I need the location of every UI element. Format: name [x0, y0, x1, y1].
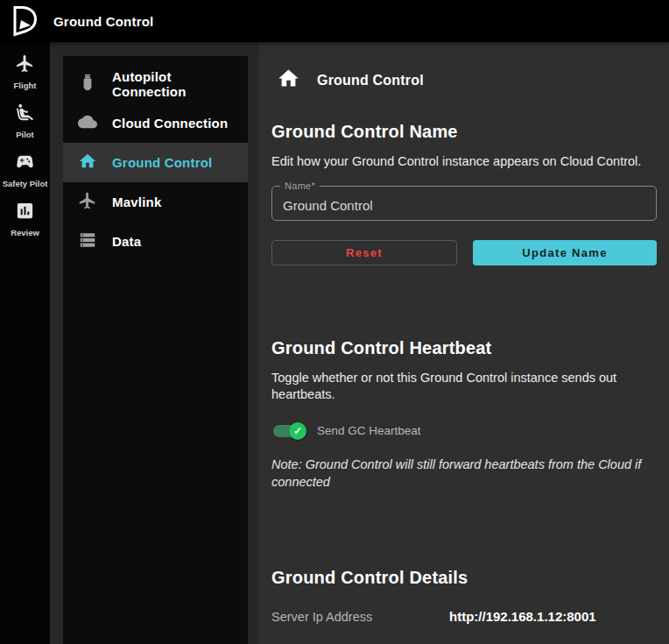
server-ip-row: Server Ip Address http://192.168.1.12:80…: [271, 609, 657, 624]
app-window: Ground Control Flight Pilot Safety Pilot: [0, 0, 669, 644]
plane-icon: [78, 191, 97, 214]
rail-label: Pilot: [16, 130, 34, 139]
nav-item-mavlink[interactable]: Mavlink: [63, 182, 248, 222]
rail-label: Review: [11, 228, 39, 237]
server-ip-label: Server Ip Address: [271, 610, 449, 624]
check-icon: ✓: [289, 422, 306, 440]
home-icon: [78, 152, 97, 174]
plane-icon: [15, 53, 35, 77]
rail-item-safety-pilot[interactable]: Safety Pilot: [0, 152, 50, 188]
nav-item-autopilot-connection[interactable]: Autopilot Connection: [63, 64, 248, 103]
brand-logo-icon: [9, 5, 40, 37]
nav-item-label: Autopilot Connection: [112, 69, 233, 99]
update-name-button[interactable]: Update Name: [473, 240, 657, 265]
left-icon-rail: Flight Pilot Safety Pilot Review: [0, 42, 50, 644]
heartbeat-toggle[interactable]: ✓: [273, 425, 303, 437]
heartbeat-toggle-row: ✓ Send GC Heartbeat: [271, 422, 657, 440]
settings-nav-panel: Autopilot Connection Cloud Connection Gr…: [63, 56, 248, 644]
cloud-icon: [78, 112, 97, 135]
home-icon: [277, 67, 300, 94]
pilot-seat-icon: [15, 103, 35, 126]
nav-item-label: Data: [112, 234, 141, 249]
name-actions: Reset Update Name: [271, 240, 657, 265]
name-field-label: Name*: [280, 180, 320, 191]
nav-item-ground-control[interactable]: Ground Control: [63, 143, 248, 182]
app-title: Ground Control: [53, 14, 153, 29]
details-section-heading: Ground Control Details: [271, 568, 657, 588]
rail-item-pilot[interactable]: Pilot: [0, 103, 50, 139]
rail-item-review[interactable]: Review: [0, 201, 50, 237]
name-field: Name*: [271, 186, 657, 221]
top-app-bar: Ground Control: [0, 0, 669, 42]
nav-item-label: Mavlink: [112, 195, 161, 209]
name-input[interactable]: [272, 187, 656, 220]
bar-chart-icon: [15, 201, 35, 224]
heartbeat-note: Note: Ground Control will still forward …: [271, 456, 657, 492]
nav-item-data[interactable]: Data: [63, 222, 248, 261]
nav-item-label: Ground Control: [112, 155, 212, 170]
server-stack-icon: [78, 230, 97, 253]
page-header: Ground Control: [277, 67, 657, 94]
server-ip-value: http://192.168.1.12:8001: [449, 609, 596, 624]
reset-button[interactable]: Reset: [271, 240, 457, 265]
nav-item-label: Cloud Connection: [112, 116, 228, 131]
page-title: Ground Control: [317, 73, 424, 88]
name-section-description: Edit how your Ground Control instance ap…: [271, 153, 657, 171]
gamepad-icon: [15, 152, 35, 175]
heartbeat-section-heading: Ground Control Heartbeat: [271, 338, 657, 358]
name-section-heading: Ground Control Name: [271, 122, 657, 142]
nav-item-cloud-connection[interactable]: Cloud Connection: [63, 103, 248, 143]
heartbeat-toggle-label: Send GC Heartbeat: [317, 424, 421, 437]
main-content: Ground Control Ground Control Name Edit …: [259, 42, 669, 644]
rail-item-flight[interactable]: Flight: [0, 53, 50, 90]
heartbeat-section-description: Toggle whether or not this Ground Contro…: [271, 370, 657, 404]
usb-drive-icon: [78, 73, 97, 96]
rail-label: Safety Pilot: [3, 179, 48, 188]
rail-label: Flight: [14, 81, 37, 90]
